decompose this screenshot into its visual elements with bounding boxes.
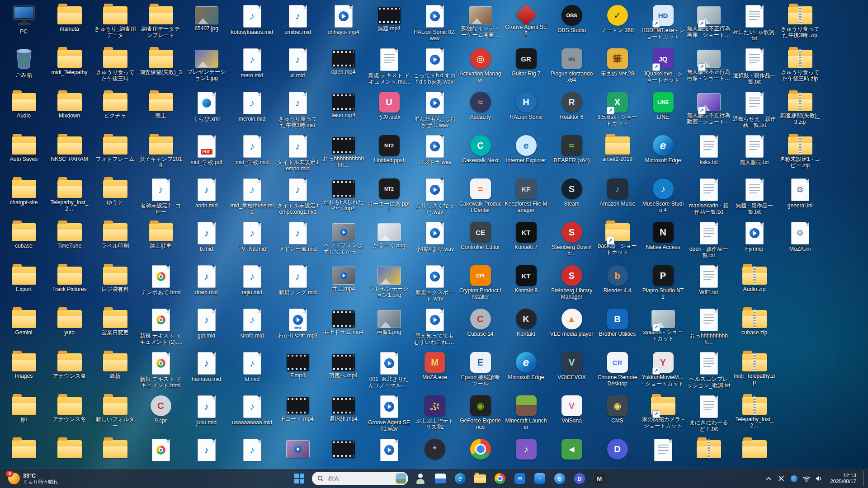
desktop-icon[interactable]: ピクチャ [93,89,137,133]
desktop-icon[interactable]: 路上駐車 [139,220,183,263]
desktop-icon[interactable]: CEController Editor [458,220,503,263]
desktop-icon[interactable]: ずんだもん_しおかぜふ.wav [413,89,457,133]
desktop-icon[interactable]: 通知らせえ - 親作品一覧.txt [732,89,777,133]
desktop-icon[interactable]: 65407.jpg [184,3,229,46]
desktop-icon[interactable]: KTKontakt 8 [504,263,548,306]
desktop-icon[interactable]: ⚙MoZA.ini [778,220,822,263]
desktop-icon[interactable]: ♪xl.mid [276,46,320,89]
desktop-icon[interactable]: 無題.mp4 [367,3,411,46]
desktop-icon[interactable]: NT2Untitled.ppsf [367,133,411,176]
desktop-icon[interactable]: HALion Sonic 02.wav [413,3,457,46]
desktop-icon[interactable]: chatgpt-site [2,176,46,220]
desktop-icon[interactable]: 羽尻へ.mp4 [321,350,366,393]
desktop-icon[interactable]: 父子キャンプ2018 [139,133,183,176]
tray-app-x[interactable] [777,473,786,484]
desktop-icon[interactable]: ◉GeForce Experience [458,393,503,436]
desktop-icon[interactable]: アナウンス冬 [47,393,92,436]
desktop-icon[interactable]: cubase [2,220,46,263]
desktop-icon[interactable]: Uうみ.ustx [367,89,411,133]
desktop-icon[interactable]: よりうさくなった.wav [413,176,457,220]
desktop-icon[interactable]: eMicrosoft Edge [504,350,548,393]
desktop-icon[interactable]: sfzPlogue sforzando x64 [550,46,594,89]
desktop-icon[interactable]: ohhayo-.mp4 [321,3,366,46]
taskbar-app-store[interactable]: ⌂ [531,471,548,486]
taskbar-app-file-explorer[interactable] [472,471,489,486]
desktop-icon[interactable]: ✓ノートン 360 [595,3,640,46]
desktop-icon[interactable]: MMoZA.exe [413,350,457,393]
tray-chevron-up[interactable] [764,473,773,484]
desktop-icon[interactable]: ♪メドレー風.mid [276,220,320,263]
desktop-icon[interactable]: yuto [47,306,92,350]
desktop-icon[interactable]: ◎Activation Manager [458,46,503,89]
desktop-icon[interactable]: PDFmid_学校.pdf [184,133,229,176]
desktop-icon[interactable]: だれもFXしれたやつ.mp4 [321,176,366,220]
taskbar-app-mail[interactable]: ✉ [511,471,528,486]
desktop-icon[interactable]: フォトフレーム [93,133,137,176]
desktop-icon[interactable]: ♪rajio.mid [230,263,274,306]
desktop-icon[interactable]: ◉CMS [595,393,640,436]
desktop-icon[interactable]: Mixdown [47,89,92,133]
desktop-icon[interactable]: 新しいフォルダー [93,393,137,436]
desktop-icon[interactable]: きゅうり_調査用データ [93,3,137,46]
desktop-icon[interactable]: C9.cpr [139,393,183,436]
desktop-icon[interactable]: open.mp4 [321,46,366,89]
desktop-icon[interactable]: ♪gpt.mid [184,306,229,350]
desktop-icon[interactable]: ♪td.mid [230,350,274,393]
desktop-icon[interactable]: ♪タイトル未設定.tempo.orig1.mid [276,176,320,220]
desktop-icon[interactable]: ♪Amazon Music [595,176,640,220]
desktop-icon[interactable]: ▲VLC media player [550,306,594,350]
desktop-icon[interactable]: きゅうり食ってた午後三時.zip [778,46,822,89]
desktop-icon[interactable]: Audio [2,89,46,133]
desktop-icon[interactable]: ♪名称未設定1 - コピー [139,176,183,220]
desktop-icon[interactable]: open - 親作品一覧.txt [687,220,731,263]
desktop-icon[interactable]: Y↗YukkunMovieM… - ショートカット [641,350,685,393]
desktop-icon[interactable]: 名称未設定1 - コピー.zip [778,133,822,176]
desktop-icon[interactable]: 答え知っててもむずいわこれ.wav [413,306,457,350]
desktop-icon[interactable]: ksks.txt [687,133,731,176]
desktop-icon[interactable]: Telepathy_Inst_2… [732,393,777,436]
desktop-icon[interactable]: ♪hamusu.mid [184,350,229,393]
taskbar-app-task-view[interactable] [432,471,449,486]
desktop-icon[interactable]: jijii [2,393,46,436]
desktop-icon[interactable]: cubase.zip [732,306,777,350]
desktop-icon[interactable]: ♪mid_学校muse.mid [230,176,274,220]
desktop-icon[interactable]: 井上.mp4 [321,263,366,306]
desktop-icon[interactable]: こってぇh d すおf d s bぉあ.wav [413,46,457,89]
desktop-icon[interactable]: 死にたい_ゅ歌詞.txt [732,3,777,46]
desktop-icon[interactable]: ゆうと [93,176,137,220]
desktop-icon[interactable]: 選択肢 - 親作品一覧.txt [732,46,777,89]
taskbar-app-discord[interactable]: D [571,471,588,486]
desktop-icon[interactable]: CCakewalk Next [458,133,503,176]
desktop-icon[interactable]: 新規エクスポート.wav [413,263,457,306]
taskbar-app-edge[interactable]: e [452,471,469,486]
desktop-icon[interactable]: 画像1.png [367,306,411,350]
desktop-icon[interactable]: SSteinberg Downlo… [550,220,594,263]
desktop-icon[interactable]: bBlender 4.4 [595,263,640,306]
desktop-icon[interactable]: アナウンス夏 [47,350,92,393]
desktop-icon[interactable]: KFKeepforest File Manager [504,176,548,220]
desktop-icon[interactable]: ♪uaaaaaaaaa.mid [230,393,274,436]
desktop-icon[interactable]: Minecraft Launcher [504,393,548,436]
desktop-icon[interactable]: Telepathy_Inst_2… [47,176,92,220]
search-highlight-image[interactable] [396,474,406,483]
desktop-icon[interactable]: 最新 [93,350,137,393]
desktop-icon[interactable]: 売上 [139,89,183,133]
desktop-icon[interactable]: SSteam [550,176,594,220]
search-input[interactable] [327,475,383,482]
tray-app-blue[interactable] [789,473,798,484]
desktop-icon[interactable]: 井上ドラム.mp4 [321,306,366,350]
desktop-icon[interactable]: ♪PVTNd.mid [230,220,274,263]
desktop-icon[interactable]: airset2-2019 [595,133,640,176]
desktop-icon[interactable]: ♪umibet.mid [276,3,320,46]
desktop-icon[interactable]: CRChrome Remote Desktop [595,350,640,393]
desktop-icon[interactable]: NT2おーまーにあ.ppsf [367,176,411,220]
desktop-icon[interactable]: 選択肢.mp4 [321,393,366,436]
desktop-icon[interactable]: eMicrosoft Edge [641,133,685,176]
desktop-icon[interactable]: Groove Agent SE 5 [504,3,548,46]
desktop-icon[interactable]: MP3わかりやす.mp3 [276,306,320,350]
desktop-icon[interactable]: おっhhhhhhhhhh… [687,306,731,350]
desktop-icon[interactable]: ↗syasinn - ショートカット [641,306,685,350]
desktop-icon[interactable]: 新規 テキスト ドキュメント (2).html [139,306,183,350]
desktop-icon[interactable]: CPICrypton Product Installer [458,263,503,306]
desktop-icon[interactable]: Track Pictures [47,263,92,306]
